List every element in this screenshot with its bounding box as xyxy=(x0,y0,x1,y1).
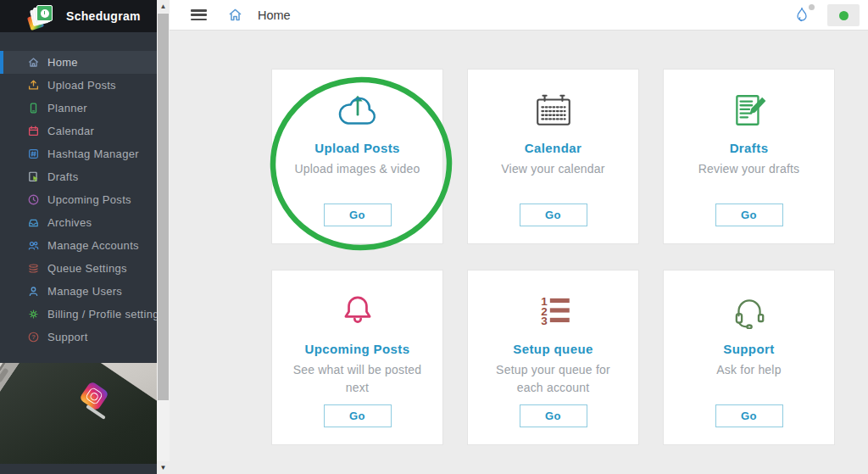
planner-icon xyxy=(26,102,40,115)
sidebar-item-label: Manage Users xyxy=(47,285,122,298)
sidebar-item-support[interactable]: ? Support xyxy=(0,326,157,349)
breadcrumb[interactable]: Home xyxy=(227,7,291,23)
sidebar-item-billing-profile-settings[interactable]: Billing / Profile settings xyxy=(0,303,157,326)
card-drafts: Drafts Review your drafts Go xyxy=(663,69,835,244)
document-pencil-icon xyxy=(664,88,834,132)
sidebar-item-upload-posts[interactable]: Upload Posts xyxy=(0,74,157,97)
go-button-setup-queue[interactable]: Go xyxy=(520,404,587,427)
card-upcoming-posts: Upcoming Posts See what will be posted n… xyxy=(271,270,443,445)
svg-text:3: 3 xyxy=(541,315,548,327)
card-calendar: Calendar View your calendar Go xyxy=(467,69,639,244)
sidebar-item-label: Archives xyxy=(47,216,92,229)
card-title: Support xyxy=(664,342,834,356)
card-title: Drafts xyxy=(664,141,834,155)
sidebar-item-label: Hashtag Manager xyxy=(47,148,139,160)
hamburger-menu-icon[interactable] xyxy=(191,9,207,21)
upload-cloud-icon xyxy=(272,88,442,132)
upload-icon xyxy=(26,79,40,92)
home-icon xyxy=(26,56,40,70)
sidebar-nav: Home Upload Posts Planner Calendar Hasht xyxy=(0,51,157,349)
svg-text:?: ? xyxy=(31,333,36,341)
online-status-dot xyxy=(839,11,849,20)
sidebar-item-label: Support xyxy=(47,331,88,343)
clock-icon xyxy=(26,193,40,207)
sidebar-item-drafts[interactable]: Drafts xyxy=(0,165,157,188)
sidebar-item-manage-accounts[interactable]: Manage Accounts xyxy=(0,234,157,257)
card-description: Setup your queue for each account xyxy=(468,361,638,397)
scrollbar-thumb[interactable] xyxy=(158,14,169,400)
go-button-upload-posts[interactable]: Go xyxy=(324,204,392,226)
people-icon xyxy=(26,239,40,253)
headset-icon xyxy=(664,289,834,333)
phone-image xyxy=(0,363,157,464)
flame-icon[interactable] xyxy=(793,6,814,26)
go-button-calendar[interactable]: Go xyxy=(520,204,587,226)
drafts-icon xyxy=(26,170,40,184)
card-setup-queue: 1 2 3 Setup queue Setup your queue for e… xyxy=(467,270,639,445)
sidebar-item-label: Upcoming Posts xyxy=(47,193,131,206)
sidebar-item-archives[interactable]: Archives xyxy=(0,211,157,234)
sidebar-item-label: Home xyxy=(47,56,78,69)
sidebar: Schedugram Home Upload Posts Planner C xyxy=(0,0,157,474)
card-title: Upload Posts xyxy=(272,141,442,155)
card-description: See what will be posted next xyxy=(272,361,442,397)
sidebar-item-home[interactable]: Home xyxy=(0,51,157,74)
logo-bar: Schedugram xyxy=(0,0,157,32)
main-content: Upload Posts Upload images & video Go Ca… xyxy=(170,31,868,474)
calendar-grid-icon xyxy=(468,88,638,132)
sidebar-item-planner[interactable]: Planner xyxy=(0,97,157,120)
stack-icon xyxy=(26,262,40,276)
scroll-down-arrow[interactable]: ▼ xyxy=(157,461,170,474)
calendar-icon xyxy=(26,125,40,138)
card-title: Setup queue xyxy=(468,342,638,356)
card-upload-posts: Upload Posts Upload images & video Go xyxy=(271,69,443,244)
sidebar-item-manage-users[interactable]: Manage Users xyxy=(0,280,157,303)
sidebar-item-label: Manage Accounts xyxy=(47,239,139,252)
app-title: Schedugram xyxy=(66,9,141,23)
hashtag-icon xyxy=(26,148,40,161)
bell-icon xyxy=(272,289,442,333)
numbered-list-icon: 1 2 3 xyxy=(468,289,638,333)
card-description: Upload images & video xyxy=(272,160,442,178)
sidebar-item-label: Drafts xyxy=(47,170,78,183)
sidebar-item-label: Billing / Profile settings xyxy=(47,308,165,321)
sidebar-item-calendar[interactable]: Calendar xyxy=(0,120,157,142)
question-icon: ? xyxy=(26,331,40,344)
scroll-up-arrow[interactable]: ▲ xyxy=(157,0,170,13)
go-button-drafts[interactable]: Go xyxy=(715,204,783,226)
card-title: Upcoming Posts xyxy=(272,342,442,356)
card-description: Ask for help xyxy=(664,361,834,379)
card-description: Review your drafts xyxy=(664,160,834,178)
sidebar-item-label: Planner xyxy=(47,102,87,114)
sidebar-item-hashtag-manager[interactable]: Hashtag Manager xyxy=(0,142,157,165)
status-button[interactable] xyxy=(827,4,860,26)
notification-badge xyxy=(809,4,815,10)
sidebar-item-label: Queue Settings xyxy=(47,262,127,275)
home-breadcrumb-icon xyxy=(227,7,243,23)
go-button-support[interactable]: Go xyxy=(715,404,783,427)
card-description: View your calendar xyxy=(468,160,638,178)
card-title: Calendar xyxy=(468,141,638,155)
topbar: Home xyxy=(170,0,868,31)
sidebar-item-label: Calendar xyxy=(47,125,94,137)
sidebar-item-upcoming-posts[interactable]: Upcoming Posts xyxy=(0,188,157,211)
card-support: Support Ask for help Go xyxy=(663,270,835,445)
schedugram-logo-icon xyxy=(31,4,54,28)
sidebar-photo-instagram-phone xyxy=(0,363,157,464)
go-button-upcoming-posts[interactable]: Go xyxy=(324,404,392,427)
archive-icon xyxy=(26,216,40,230)
vertical-scrollbar: ▲ ▼ xyxy=(157,0,170,474)
sidebar-item-label: Upload Posts xyxy=(47,79,116,92)
sidebar-item-queue-settings[interactable]: Queue Settings xyxy=(0,257,157,280)
gear-icon xyxy=(26,308,40,321)
breadcrumb-label: Home xyxy=(258,8,291,22)
user-icon xyxy=(26,285,40,298)
